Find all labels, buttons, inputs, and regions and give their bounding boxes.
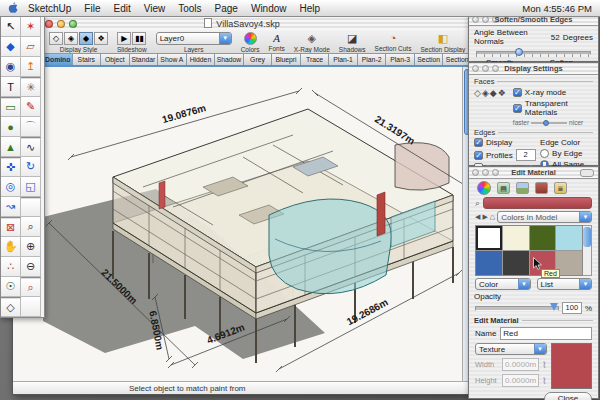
follow-me-tool[interactable]: ↝: [1, 197, 21, 217]
profiles-checkbox[interactable]: [474, 151, 483, 160]
pan-tool[interactable]: ✋: [1, 237, 21, 257]
close-button[interactable]: Close: [544, 392, 592, 400]
back-icon[interactable]: ◀: [475, 213, 480, 221]
page-tab[interactable]: Hidden: [186, 53, 216, 65]
menu-item[interactable]: Page: [215, 3, 238, 14]
width-field[interactable]: 0.0000m: [502, 358, 539, 371]
menu-item[interactable]: Tools: [178, 3, 201, 14]
angle-slider[interactable]: [476, 48, 591, 56]
rotate-tool[interactable]: ↻: [21, 157, 41, 177]
zoom-previous-tool[interactable]: ⊖: [21, 257, 41, 277]
offset-tool[interactable]: ◎: [1, 177, 21, 197]
page-tab[interactable]: Object: [100, 53, 130, 65]
face-style-icons[interactable]: ◇◈◆❖: [474, 88, 507, 98]
quality-slider[interactable]: [531, 120, 567, 126]
page-tab[interactable]: Bluepri: [271, 53, 301, 65]
section-display-icon[interactable]: ◧: [438, 32, 448, 45]
page-tab[interactable]: Trace: [300, 53, 330, 65]
by-edge-radio[interactable]: [540, 149, 549, 158]
aspect-link-icon[interactable]: ⌇: [542, 360, 546, 370]
freehand-tool[interactable]: ∿: [21, 137, 41, 157]
xray-cube-icon[interactable]: ◈: [308, 32, 316, 45]
page-tab[interactable]: Show A: [157, 53, 187, 65]
section-plane-tool[interactable]: ⊠: [1, 217, 21, 237]
color-sliders-icon[interactable]: ▤: [497, 182, 510, 194]
page-tab[interactable]: Plan-2: [357, 53, 387, 65]
zoom-tool[interactable]: ⌕: [21, 217, 41, 237]
wireframe-mode-button[interactable]: ◇: [49, 32, 63, 45]
window-title-bar[interactable]: VillaSavoy4.skp: [13, 17, 471, 31]
page-tab[interactable]: Shadow: [214, 53, 244, 65]
color-swatch[interactable]: [503, 251, 529, 275]
material-name-field[interactable]: Red: [500, 327, 592, 340]
layers-dropdown[interactable]: Layer0 ▼: [156, 32, 232, 45]
page-tab[interactable]: Plan-1: [328, 53, 358, 65]
color-wheel-icon[interactable]: [477, 181, 491, 195]
height-field[interactable]: 0.0000m: [502, 374, 539, 387]
menu-item[interactable]: File: [84, 3, 100, 14]
textured-mode-button[interactable]: ❖: [94, 32, 108, 45]
shaded-mode-button[interactable]: ◆: [79, 32, 93, 45]
page-tab[interactable]: Domino: [43, 53, 73, 65]
xray-mode-checkbox[interactable]: [513, 88, 522, 97]
rectangle-tool[interactable]: ▭: [1, 97, 21, 117]
color-wheel-icon[interactable]: [244, 32, 257, 45]
panel-collapse-button[interactable]: [580, 169, 594, 177]
color-swatch[interactable]: [476, 226, 502, 250]
transparent-materials-checkbox[interactable]: [513, 104, 522, 113]
arc-tool[interactable]: ⌒: [21, 117, 41, 137]
play-slideshow-button[interactable]: ▶: [117, 32, 131, 45]
color-swatch[interactable]: [530, 226, 556, 250]
home-icon[interactable]: ⌂: [490, 212, 495, 222]
hidden-line-mode-button[interactable]: ◈: [64, 32, 78, 45]
walk-tool[interactable]: ∴: [1, 257, 21, 277]
brick-texture-icon[interactable]: [535, 182, 548, 194]
collection-dropdown[interactable]: Colors In Model ▼: [497, 211, 592, 223]
drawing-canvas[interactable]: 19.0876m 21.3197m 21.5000m 6.8500m 4.691…: [13, 67, 462, 381]
axes-tool[interactable]: ✶: [21, 17, 41, 37]
page-tab[interactable]: Stairs: [72, 53, 102, 65]
page-tab[interactable]: Grey: [243, 53, 273, 65]
look-around-tool[interactable]: ☉: [1, 277, 21, 297]
paint-bucket-tool[interactable]: ◆: [1, 37, 21, 57]
display-panel-title-bar[interactable]: Display Settings: [469, 63, 598, 75]
scale-tool[interactable]: ◱: [21, 177, 41, 197]
list-mode-dropdown[interactable]: List ▼: [537, 278, 593, 290]
fonts-icon[interactable]: A: [273, 32, 280, 44]
select-tool[interactable]: ↖: [1, 17, 21, 37]
sample-paint-tool[interactable]: ◉: [1, 57, 21, 77]
shadows-icon[interactable]: ◪: [347, 32, 357, 45]
material-panel-title-bar[interactable]: Edit Material: [469, 167, 598, 179]
move-tool[interactable]: ✜: [1, 157, 21, 177]
edges-display-checkbox[interactable]: [474, 138, 483, 147]
circle-tool[interactable]: ●: [1, 117, 21, 137]
opacity-value-field[interactable]: 100: [562, 302, 582, 314]
texture-type-dropdown[interactable]: Texture ▼: [475, 343, 547, 355]
menu-item[interactable]: Edit: [113, 3, 130, 14]
text-tool[interactable]: T: [1, 77, 21, 97]
empty-cell[interactable]: [21, 297, 41, 317]
polygon-tool[interactable]: ▲: [1, 137, 21, 157]
eraser-tool[interactable]: ▱: [21, 37, 41, 57]
zoom-window-tool[interactable]: ⊕: [21, 237, 41, 257]
color-swatch[interactable]: [476, 251, 502, 275]
page-tab[interactable]: Plan-3: [385, 53, 415, 65]
texture-position-tool[interactable]: ✳: [21, 77, 41, 97]
swatch-scrollbar[interactable]: [583, 225, 592, 276]
color-swatch[interactable]: [556, 226, 582, 250]
menu-item[interactable]: SketchUp: [28, 3, 71, 14]
aspect-link-icon[interactable]: ⌇: [542, 376, 546, 386]
menu-item[interactable]: Help: [300, 3, 321, 14]
list-palette-icon[interactable]: ≣: [554, 182, 567, 194]
line-tool[interactable]: ✎: [21, 97, 41, 117]
empty-cell[interactable]: [21, 197, 41, 217]
opacity-slider-thumb[interactable]: [550, 303, 558, 311]
apple-menu-icon[interactable]: [8, 2, 18, 14]
color-swatch[interactable]: [503, 226, 529, 250]
pause-slideshow-button[interactable]: ▮▮: [132, 32, 146, 45]
menu-item[interactable]: Window: [251, 3, 287, 14]
profiles-value-field[interactable]: 2: [516, 149, 536, 161]
color-swatch[interactable]: [556, 251, 582, 275]
opacity-slider[interactable]: [475, 306, 559, 311]
zoom-extents-tool[interactable]: ⌕: [21, 277, 41, 297]
